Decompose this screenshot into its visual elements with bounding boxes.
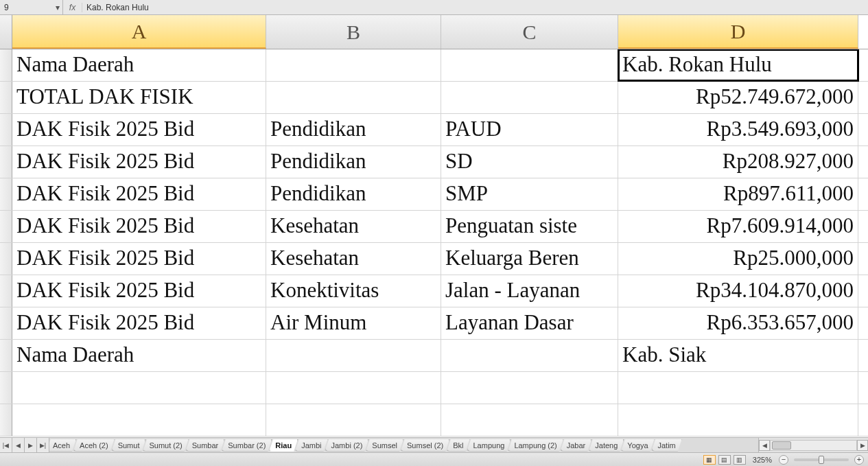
sheet-tab-yogya[interactable]: Yogya (621, 439, 654, 452)
name-box[interactable]: 9 ▾ (0, 0, 63, 14)
zoom-slider[interactable] (794, 458, 849, 461)
sheet-tab-riau[interactable]: Riau (269, 439, 298, 452)
cell-A[interactable]: Nama Daerah (12, 340, 266, 371)
cell-C[interactable] (441, 49, 618, 81)
cell-B[interactable]: Air Minum (266, 307, 441, 339)
scroll-track[interactable] (770, 440, 857, 451)
select-all-corner[interactable] (0, 15, 12, 49)
row-header[interactable] (0, 340, 12, 371)
sheet-tab-sumsel[interactable]: Sumsel (366, 439, 403, 452)
cell-empty[interactable] (266, 404, 441, 436)
cell-B[interactable] (266, 82, 441, 113)
cell-B[interactable]: Kesehatan (266, 211, 441, 242)
cell-A[interactable]: DAK Fisik 2025 Bid (12, 275, 266, 307)
column-header-B[interactable]: B (266, 15, 441, 49)
tab-first-icon[interactable]: |◀ (0, 438, 12, 452)
cell-C[interactable]: PAUD (441, 114, 618, 145)
scroll-right-icon[interactable]: ▶ (857, 440, 868, 451)
tab-last-icon[interactable]: ▶| (37, 438, 49, 452)
horizontal-scrollbar[interactable]: ◀ ▶ (758, 438, 868, 452)
cell-D[interactable]: Kab. Rokan Hulu (618, 49, 858, 81)
cell-B[interactable]: Pendidikan (266, 114, 441, 145)
cell-C[interactable]: Keluarga Beren (441, 243, 618, 275)
sheet-tab-lampung[interactable]: Lampung (467, 439, 511, 452)
zoom-in-icon[interactable]: + (854, 455, 864, 465)
tab-next-icon[interactable]: ▶ (25, 438, 37, 452)
cell-D[interactable]: Rp34.104.870,000 (618, 275, 858, 307)
cell-C[interactable]: SD (441, 146, 618, 178)
cell-empty[interactable] (441, 372, 618, 404)
cell-D[interactable]: Rp897.611,000 (618, 178, 858, 210)
column-header-D[interactable]: D (618, 15, 858, 49)
cell-D[interactable]: Rp3.549.693,000 (618, 114, 858, 145)
sheet-tab-jambi-2-[interactable]: Jambi (2) (325, 439, 369, 452)
row-header[interactable] (0, 49, 12, 81)
cell-C[interactable]: Penguatan siste (441, 211, 618, 242)
column-header-A[interactable]: A (12, 15, 266, 49)
cell-B[interactable]: Kesehatan (266, 243, 441, 275)
column-header-C[interactable]: C (441, 15, 618, 49)
cell-B[interactable]: Pendidikan (266, 178, 441, 210)
scroll-left-icon[interactable]: ◀ (759, 440, 770, 451)
cell-D[interactable]: Rp52.749.672,000 (618, 82, 858, 113)
row-header[interactable] (0, 275, 12, 307)
cell-empty[interactable] (441, 404, 618, 436)
cell-A[interactable]: DAK Fisik 2025 Bid (12, 178, 266, 210)
tab-prev-icon[interactable]: ◀ (12, 438, 25, 452)
cell-empty[interactable] (618, 372, 858, 404)
sheet-tab-sumut[interactable]: Sumut (112, 439, 146, 452)
sheet-tab-lampung-2-[interactable]: Lampung (2) (508, 439, 563, 452)
formula-input[interactable]: Kab. Rokan Hulu (82, 3, 868, 12)
cell-A[interactable]: TOTAL DAK FISIK (12, 82, 266, 113)
cell-C[interactable] (441, 82, 618, 113)
cell-A[interactable]: Nama Daerah (12, 49, 266, 81)
cell-empty[interactable] (266, 372, 441, 404)
cell-C[interactable]: SMP (441, 178, 618, 210)
sheet-tab-sumut-2-[interactable]: Sumut (2) (143, 439, 188, 452)
cell-D[interactable]: Rp6.353.657,000 (618, 307, 858, 339)
cell-A[interactable]: DAK Fisik 2025 Bid (12, 211, 266, 242)
cell-D[interactable]: Rp208.927,000 (618, 146, 858, 178)
sheet-tab-bkl[interactable]: Bkl (447, 439, 469, 452)
sheet-tab-jateng[interactable]: Jateng (589, 439, 624, 452)
sheet-tab-aceh[interactable]: Aceh (49, 439, 76, 452)
cell-D[interactable]: Rp7.609.914,000 (618, 211, 858, 242)
sheet-tab-jambi[interactable]: Jambi (295, 439, 327, 452)
sheet-tab-sumsel-2-[interactable]: Sumsel (2) (401, 439, 449, 452)
row-header[interactable] (0, 211, 12, 242)
cell-A[interactable]: DAK Fisik 2025 Bid (12, 146, 266, 178)
view-layout-icon[interactable]: ▤ (718, 455, 731, 465)
cell-C[interactable] (441, 340, 618, 371)
cell-A[interactable]: DAK Fisik 2025 Bid (12, 307, 266, 339)
cell-D[interactable]: Kab. Siak (618, 340, 858, 371)
row-header[interactable] (0, 114, 12, 145)
cell-B[interactable]: Konektivitas (266, 275, 441, 307)
cell-B[interactable] (266, 340, 441, 371)
cell-B[interactable]: Pendidikan (266, 146, 441, 178)
sheet-tab-sumbar-2-[interactable]: Sumbar (2) (222, 439, 272, 452)
scroll-thumb[interactable] (772, 441, 791, 450)
row-header[interactable] (0, 404, 12, 436)
cell-empty[interactable] (12, 404, 266, 436)
row-header[interactable] (0, 307, 12, 339)
cell-A[interactable]: DAK Fisik 2025 Bid (12, 243, 266, 275)
fx-icon[interactable]: fx (63, 3, 82, 12)
cell-empty[interactable] (618, 404, 858, 436)
chevron-down-icon[interactable]: ▾ (53, 3, 62, 12)
cell-D[interactable]: Rp25.000,000 (618, 243, 858, 275)
sheet-tab-jabar[interactable]: Jabar (561, 439, 592, 452)
row-header[interactable] (0, 372, 12, 404)
row-header[interactable] (0, 178, 12, 210)
view-normal-icon[interactable]: ▦ (703, 455, 716, 465)
row-header[interactable] (0, 243, 12, 275)
cell-C[interactable]: Layanan Dasar (441, 307, 618, 339)
cell-empty[interactable] (12, 372, 266, 404)
row-header[interactable] (0, 82, 12, 113)
zoom-out-icon[interactable]: − (779, 455, 788, 465)
row-header[interactable] (0, 146, 12, 178)
cell-B[interactable] (266, 49, 441, 81)
view-break-icon[interactable]: ▥ (734, 455, 746, 465)
sheet-tab-aceh-2-[interactable]: Aceh (2) (73, 439, 115, 452)
cell-C[interactable]: Jalan - Layanan (441, 275, 618, 307)
sheet-tab-jatim[interactable]: Jatim (652, 439, 682, 452)
